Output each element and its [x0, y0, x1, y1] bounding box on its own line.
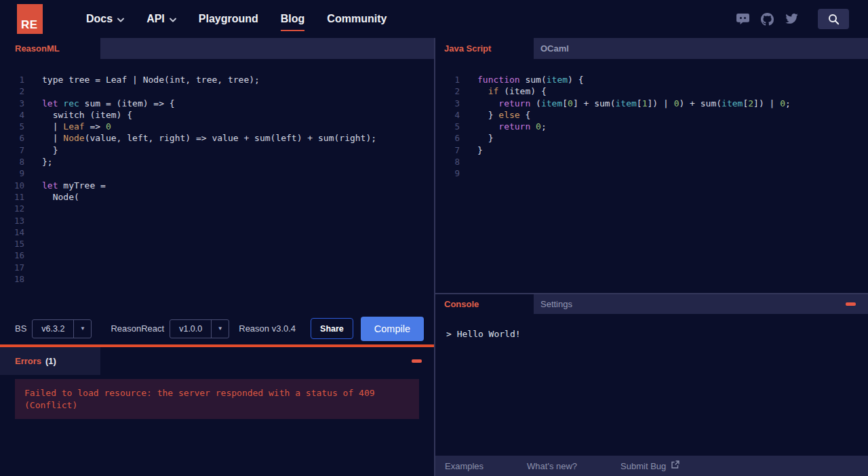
nav-item-label: Playground — [199, 13, 258, 25]
reasonreact-version-dropdown[interactable]: v1.0.0 ▼ — [170, 319, 229, 338]
line-number: 2 — [0, 85, 24, 97]
code-line: 7} — [435, 144, 868, 156]
collapse-console-icon[interactable] — [846, 302, 856, 306]
nav-menu: DocsAPIPlaygroundBlogCommunity — [86, 13, 387, 25]
code-line: 2 — [0, 85, 434, 97]
tab-javascript-label: Java Script — [444, 43, 491, 54]
line-number: 6 — [0, 132, 24, 144]
code-line: 4 } else { — [435, 109, 868, 121]
reasonreact-version-value: v1.0.0 — [170, 324, 211, 334]
footer-link-examples[interactable]: Examples — [445, 461, 484, 471]
tab-errors[interactable]: Errors (1) — [0, 347, 100, 375]
playground-footer: ExamplesWhat's new?Submit Bug — [435, 456, 868, 476]
code-line: 6 } — [435, 132, 868, 144]
code-line: 2 if (item) { — [435, 85, 868, 97]
code-line: 1function sum(item) { — [435, 74, 868, 85]
code-line: 13 — [0, 215, 434, 226]
nav-item-community[interactable]: Community — [327, 13, 387, 25]
tab-reasonml[interactable]: ReasonML — [0, 38, 100, 59]
collapse-errors-icon[interactable] — [412, 359, 422, 363]
nav-item-api[interactable]: API — [146, 13, 176, 25]
line-number: 7 — [435, 144, 460, 156]
line-number: 9 — [435, 167, 460, 179]
tab-console[interactable]: Console — [435, 294, 534, 314]
reason-logo[interactable]: RE — [17, 4, 43, 34]
line-number: 8 — [0, 156, 24, 167]
code-line: 11 Node( — [0, 191, 434, 203]
code-line: 3 return (item[0] + sum(item[1]) | 0) + … — [435, 98, 868, 109]
bs-version-dropdown[interactable]: v6.3.2 ▼ — [32, 319, 92, 338]
tab-ocaml[interactable]: OCaml — [534, 38, 631, 59]
line-number: 9 — [0, 167, 24, 179]
right-tab-bar: Java Script OCaml — [435, 38, 868, 59]
nav-item-label: Blog — [281, 13, 305, 25]
share-button[interactable]: Share — [311, 318, 353, 339]
left-tab-bar: ReasonML — [0, 38, 434, 59]
line-number: 14 — [0, 226, 24, 238]
nav-right-icons — [736, 9, 849, 29]
line-number: 16 — [0, 250, 24, 261]
footer-link-submit-bug[interactable]: Submit Bug — [620, 460, 679, 471]
nav-item-blog[interactable]: Blog — [281, 13, 305, 25]
errors-header: Errors (1) — [0, 347, 434, 375]
tab-ocaml-label: OCaml — [540, 43, 569, 54]
chevron-down-icon — [117, 18, 124, 22]
nav-item-label: API — [146, 13, 165, 25]
code-line: 4 switch (item) { — [0, 109, 434, 121]
javascript-output-editor[interactable]: 1function sum(item) {2 if (item) {3 retu… — [435, 59, 868, 293]
footer-link-what-s-new[interactable]: What's new? — [527, 461, 577, 471]
code-line: 17 — [0, 262, 434, 273]
right-panel: Java Script OCaml 1function sum(item) {2… — [434, 38, 868, 476]
code-line: 10let myTree = — [0, 180, 434, 191]
tab-javascript[interactable]: Java Script — [435, 38, 534, 59]
code-line: 16 — [0, 250, 434, 261]
line-number: 15 — [0, 238, 24, 250]
error-message-line: (Conflict) — [24, 399, 410, 412]
search-icon — [828, 14, 840, 25]
compiler-toolbar: BS v6.3.2 ▼ ReasonReact v1.0.0 ▼ Reason … — [0, 313, 434, 344]
footer-link-label: What's new? — [527, 461, 577, 471]
dropdown-caret-icon: ▼ — [211, 320, 229, 338]
chevron-down-icon — [170, 18, 176, 22]
nav-item-docs[interactable]: Docs — [86, 13, 124, 25]
discord-icon[interactable] — [736, 14, 749, 24]
code-line: 7 } — [0, 144, 434, 156]
errors-count-badge: (1) — [45, 356, 56, 366]
line-number: 5 — [0, 121, 24, 132]
reason-version-text: Reason v3.0.4 — [239, 323, 296, 334]
line-number: 13 — [0, 215, 24, 226]
line-number: 4 — [0, 109, 24, 121]
reason-code-editor[interactable]: 1type tree = Leaf | Node(int, tree, tree… — [0, 59, 434, 313]
top-nav-bar: RE DocsAPIPlaygroundBlogCommunity — [0, 0, 868, 38]
code-line: 3let rec sum = (item) => { — [0, 98, 434, 109]
nav-item-playground[interactable]: Playground — [199, 13, 258, 25]
nav-item-label: Docs — [86, 13, 113, 25]
logo-text: RE — [21, 18, 38, 32]
line-number: 12 — [0, 203, 24, 214]
line-number: 2 — [435, 85, 460, 97]
code-line: 14 — [0, 226, 434, 238]
line-number: 1 — [0, 74, 24, 85]
compile-button[interactable]: Compile — [361, 317, 424, 341]
line-number: 1 — [435, 74, 460, 85]
line-number: 3 — [0, 98, 24, 109]
code-line: 9 — [0, 167, 434, 179]
twitter-icon[interactable] — [785, 14, 798, 24]
tab-settings[interactable]: Settings — [534, 294, 631, 314]
github-icon[interactable] — [761, 13, 774, 26]
external-link-icon — [671, 460, 679, 471]
code-line: 1type tree = Leaf | Node(int, tree, tree… — [0, 74, 434, 85]
code-line: 5 return 0; — [435, 121, 868, 132]
main-split-view: ReasonML 1type tree = Leaf | Node(int, t… — [0, 38, 868, 476]
error-message-box: Failed to load resource: the server resp… — [15, 379, 419, 419]
reasonreact-label: ReasonReact — [111, 323, 164, 334]
code-line: 9 — [435, 167, 868, 179]
search-button[interactable] — [818, 9, 849, 29]
bs-label: BS — [15, 323, 26, 334]
line-number: 8 — [435, 156, 460, 167]
console-tab-bar: Console Settings — [435, 293, 868, 314]
line-number: 18 — [0, 273, 24, 285]
footer-link-label: Examples — [445, 461, 484, 471]
code-line: 8 — [435, 156, 868, 167]
footer-link-label: Submit Bug — [620, 461, 666, 471]
